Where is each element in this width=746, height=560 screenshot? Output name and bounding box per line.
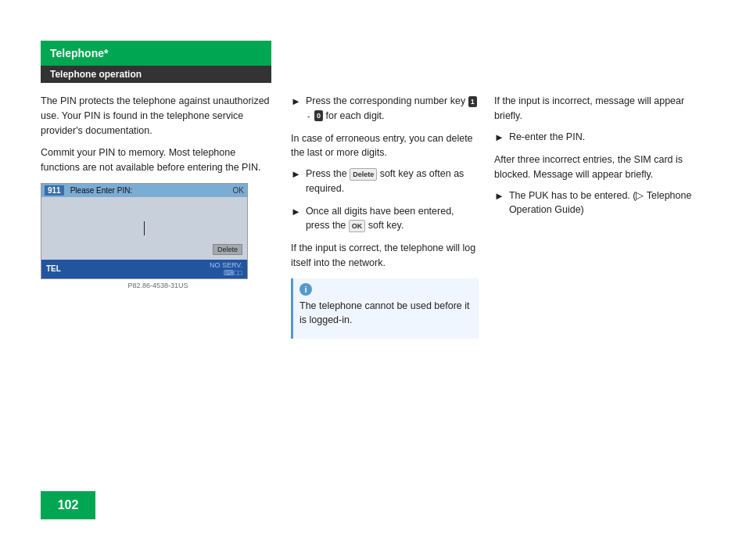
phone-911: 911 xyxy=(45,185,64,196)
para-incorrect: If the input is incorrect, message will … xyxy=(494,94,705,124)
header-title: Telephone* xyxy=(50,47,108,59)
phone-screen: 911 Please Enter PIN: OK Delete TEL NO S… xyxy=(41,183,248,279)
phone-top-bar: 911 Please Enter PIN: OK xyxy=(41,184,247,197)
left-para2: Commit your PIN to memory. Most telephon… xyxy=(41,145,275,175)
bullet-arrow-1: ► xyxy=(291,94,301,124)
phone-cursor xyxy=(144,221,145,235)
section-title: Telephone operation xyxy=(50,69,142,80)
para-three: After three incorrect entries, the SIM c… xyxy=(494,153,705,182)
para-correct: If the input is correct, the telephone w… xyxy=(291,241,479,271)
bullet-text-reenter: Re-enter the PIN. xyxy=(509,130,705,145)
main-content: The PIN protects the telephone against u… xyxy=(41,94,705,466)
bullet-text-1: Press the corresponding number key 1 - 0… xyxy=(306,94,479,124)
bullet-item-1: ► Press the corresponding number key 1 -… xyxy=(291,94,479,124)
right-column: If the input is incorrect, message will … xyxy=(494,94,705,466)
bullet-text-puk: The PUK has to be entered. (▷ Telephone … xyxy=(509,188,705,218)
bullet-puk: ► The PUK has to be entered. (▷ Telephon… xyxy=(494,188,705,218)
phone-prompt: Please Enter PIN: xyxy=(70,186,227,195)
bullet-reenter: ► Re-enter the PIN. xyxy=(494,130,705,145)
bullet-item-3: ► Once all digits have been entered, pre… xyxy=(291,204,479,234)
info-text: The telephone cannot be used before it i… xyxy=(299,299,472,328)
ok-key-badge: OK xyxy=(349,220,366,232)
delete-key-badge: Delete xyxy=(350,168,377,181)
mid-column: ► Press the corresponding number key 1 -… xyxy=(291,94,494,466)
para-erroneous: In case of erroneous entry, you can dele… xyxy=(291,131,479,161)
phone-body: Delete xyxy=(41,197,247,260)
page-number: 102 xyxy=(58,498,79,512)
left-para1: The PIN protects the telephone against u… xyxy=(41,94,275,138)
bullet-arrow-3: ► xyxy=(291,204,301,234)
page-number-box: 102 xyxy=(41,491,95,519)
bullet-arrow-reenter: ► xyxy=(494,130,504,145)
section-bar: Telephone operation xyxy=(41,66,271,83)
bullet-text-2: Press the Delete soft key as often as re… xyxy=(306,167,479,196)
info-icon: i xyxy=(299,283,312,296)
bullet-arrow-puk: ► xyxy=(494,188,504,218)
phone-ok: OK xyxy=(233,186,244,195)
bullet-arrow-2: ► xyxy=(291,167,301,196)
phone-caption: P82.86-4538-31US xyxy=(41,282,275,289)
key-0-badge: 0 xyxy=(314,110,323,121)
phone-bottom-bar: TEL NO SERV.⌨□□ xyxy=(41,260,247,278)
phone-status: NO SERV.⌨□□ xyxy=(210,261,242,277)
bullet-item-2: ► Press the Delete soft key as often as … xyxy=(291,167,479,196)
key-1-badge: 1 xyxy=(468,96,477,107)
phone-tel-label: TEL xyxy=(46,264,61,273)
left-column: The PIN protects the telephone against u… xyxy=(41,94,291,466)
phone-delete-btn: Delete xyxy=(213,244,242,255)
bullet-text-3: Once all digits have been entered, press… xyxy=(306,204,479,234)
header-bar: Telephone* xyxy=(41,41,271,66)
info-box: i The telephone cannot be used before it… xyxy=(291,278,479,339)
